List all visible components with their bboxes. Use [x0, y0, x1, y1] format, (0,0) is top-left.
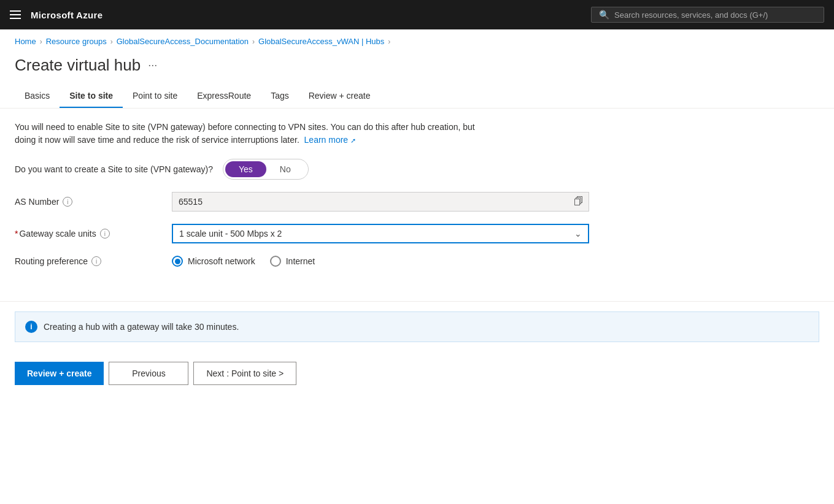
vpn-no-option[interactable]: No	[266, 161, 304, 177]
routing-radio-group: Microsoft network Internet	[172, 256, 315, 267]
breadcrumb-sep-3: ›	[252, 37, 255, 46]
routing-microsoft-radio-inner	[175, 259, 180, 264]
search-icon: 🔍	[599, 10, 609, 20]
previous-button[interactable]: Previous	[109, 362, 188, 385]
routing-info-icon[interactable]: i	[91, 256, 101, 266]
info-text: You will need to enable Site to site (VP…	[15, 121, 481, 147]
tab-site-to-site[interactable]: Site to site	[60, 85, 123, 108]
routing-preference-row: Routing preference i Microsoft network I…	[15, 256, 819, 267]
content-divider	[0, 301, 834, 302]
page-header: Create virtual hub ···	[0, 51, 834, 85]
routing-label: Routing preference i	[15, 256, 162, 266]
search-bar[interactable]: 🔍	[591, 7, 824, 23]
breadcrumb-sep-2: ›	[110, 37, 113, 46]
routing-internet-option[interactable]: Internet	[270, 256, 315, 267]
tab-bar: Basics Site to site Point to site Expres…	[0, 85, 834, 109]
vpn-toggle[interactable]: Yes No	[223, 159, 309, 180]
routing-microsoft-option[interactable]: Microsoft network	[172, 256, 255, 267]
vpn-yes-option[interactable]: Yes	[225, 161, 266, 177]
dropdown-arrow-icon: ⌄	[568, 225, 588, 242]
gateway-scale-row: *Gateway scale units i 1 scale unit - 50…	[15, 224, 819, 243]
routing-internet-radio[interactable]	[270, 256, 281, 267]
routing-microsoft-label: Microsoft network	[188, 256, 255, 266]
copy-icon[interactable]: 🗍	[569, 193, 589, 211]
topbar: Microsoft Azure 🔍	[0, 0, 834, 29]
tab-review-create[interactable]: Review + create	[299, 85, 380, 108]
breadcrumb-sep-1: ›	[40, 37, 42, 46]
info-banner-icon: i	[25, 321, 37, 333]
tab-expressroute[interactable]: ExpressRoute	[187, 85, 261, 108]
review-create-button[interactable]: Review + create	[15, 362, 104, 385]
breadcrumb-resource-groups[interactable]: Resource groups	[46, 37, 107, 46]
tab-tags[interactable]: Tags	[261, 85, 299, 108]
breadcrumb: Home › Resource groups › GlobalSecureAcc…	[0, 29, 834, 51]
gateway-scale-select[interactable]: 1 scale unit - 500 Mbps x 2 2 scale unit…	[173, 225, 568, 242]
footer: Review + create Previous Next : Point to…	[0, 352, 834, 395]
page-title: Create virtual hub	[15, 56, 141, 75]
app-title: Microsoft Azure	[31, 10, 102, 20]
external-link-icon: ➚	[350, 137, 356, 144]
menu-icon[interactable]	[10, 10, 21, 19]
next-button[interactable]: Next : Point to site >	[193, 362, 296, 385]
tab-content: You will need to enable Site to site (VP…	[0, 109, 834, 291]
breadcrumb-sep-4: ›	[388, 37, 390, 46]
routing-internet-label: Internet	[286, 256, 315, 266]
info-banner: i Creating a hub with a gateway will tak…	[15, 311, 819, 342]
gateway-scale-dropdown-wrapper[interactable]: 1 scale unit - 500 Mbps x 2 2 scale unit…	[172, 224, 589, 243]
routing-microsoft-radio[interactable]	[172, 256, 183, 267]
info-banner-text: Creating a hub with a gateway will take …	[44, 322, 239, 332]
gateway-scale-info-icon[interactable]: i	[100, 229, 110, 239]
gateway-scale-label: *Gateway scale units i	[15, 229, 162, 239]
learn-more-link[interactable]: Learn more ➚	[304, 135, 356, 145]
as-number-label: AS Number i	[15, 197, 162, 207]
tab-basics[interactable]: Basics	[15, 85, 60, 108]
search-input[interactable]	[614, 10, 816, 20]
as-number-row: AS Number i 🗍	[15, 192, 819, 212]
vpn-gateway-row: Do you want to create a Site to site (VP…	[15, 159, 819, 180]
breadcrumb-vwan[interactable]: GlobalSecureAccess_vWAN | Hubs	[258, 37, 384, 46]
main-content: Home › Resource groups › GlobalSecureAcc…	[0, 29, 834, 504]
vpn-gateway-label: Do you want to create a Site to site (VP…	[15, 164, 213, 174]
as-number-info-icon[interactable]: i	[63, 197, 72, 207]
as-number-input[interactable]	[172, 193, 569, 210]
breadcrumb-home[interactable]: Home	[15, 37, 36, 46]
breadcrumb-documentation[interactable]: GlobalSecureAccess_Documentation	[117, 37, 249, 46]
more-options-icon[interactable]: ···	[148, 59, 157, 72]
as-number-input-wrapper: 🗍	[172, 192, 589, 212]
tab-point-to-site[interactable]: Point to site	[123, 85, 187, 108]
